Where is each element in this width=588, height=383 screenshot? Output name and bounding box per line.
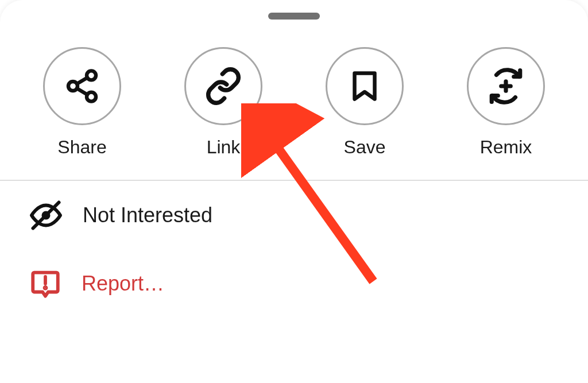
bookmark-icon (347, 69, 382, 103)
link-icon-circle (184, 47, 262, 125)
share-icon-circle (43, 47, 121, 125)
share-label: Share (57, 137, 106, 158)
report-item[interactable]: Report… (0, 250, 588, 318)
eye-off-icon (29, 198, 63, 233)
not-interested-item[interactable]: Not Interested (0, 181, 588, 250)
save-icon-circle (326, 47, 404, 125)
share-sheet: Share Link Save (0, 0, 588, 383)
save-button[interactable]: Save (316, 47, 413, 158)
svg-line-3 (77, 78, 87, 84)
action-row: Share Link Save (0, 0, 588, 180)
remix-icon (487, 67, 525, 105)
not-interested-label: Not Interested (83, 203, 212, 227)
remix-label: Remix (480, 137, 532, 158)
remix-button[interactable]: Remix (457, 47, 555, 158)
share-button[interactable]: Share (33, 47, 131, 158)
remix-icon-circle (467, 47, 545, 125)
report-label: Report… (82, 272, 164, 296)
link-label: Link (207, 137, 241, 158)
save-label: Save (344, 137, 386, 158)
svg-line-4 (77, 88, 87, 95)
link-icon (204, 67, 243, 106)
sheet-grabber[interactable] (268, 13, 320, 20)
share-icon (64, 68, 100, 105)
report-icon (29, 267, 62, 300)
link-button[interactable]: Link (175, 47, 272, 158)
svg-point-10 (45, 287, 47, 289)
